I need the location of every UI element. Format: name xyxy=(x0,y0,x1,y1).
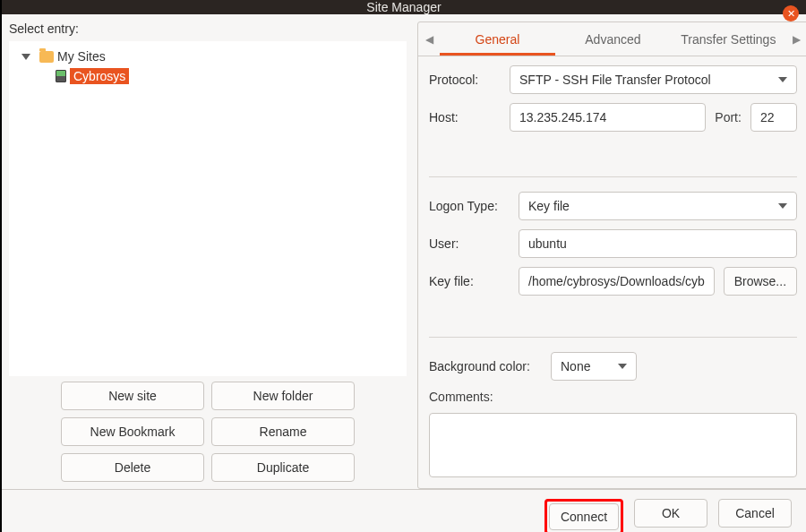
separator xyxy=(429,337,797,338)
entry-buttons: New site New folder New Bookmark Rename … xyxy=(9,376,407,489)
tab-transfer-settings[interactable]: Transfer Settings xyxy=(671,22,786,56)
protocol-value: SFTP - SSH File Transfer Protocol xyxy=(519,73,711,87)
connect-highlight: Connect xyxy=(544,499,623,532)
close-icon: ✕ xyxy=(787,8,795,20)
user-value: ubuntu xyxy=(528,236,567,251)
close-button[interactable]: ✕ xyxy=(783,5,799,21)
server-icon xyxy=(56,70,66,82)
new-site-button[interactable]: New site xyxy=(61,382,204,410)
right-panel: ◀ General Advanced Transfer Settings ▶ P… xyxy=(417,21,806,489)
background-color-select[interactable]: None xyxy=(551,352,637,381)
background-color-label: Background color: xyxy=(429,359,542,373)
tab-scroll-right[interactable]: ▶ xyxy=(786,33,806,46)
tree-root-row[interactable]: My Sites xyxy=(13,47,403,66)
host-row: Host: 13.235.245.174 Port: 22 xyxy=(429,103,797,132)
titlebar: Site Manager ✕ xyxy=(2,0,806,14)
keyfile-value: /home/cybrosys/Downloads/cyb xyxy=(528,274,705,288)
ok-button[interactable]: OK xyxy=(634,499,707,528)
chevron-down-icon xyxy=(618,364,627,369)
keyfile-row: Key file: /home/cybrosys/Downloads/cyb B… xyxy=(429,267,797,296)
host-value: 13.235.245.174 xyxy=(519,110,606,124)
browse-button[interactable]: Browse... xyxy=(724,267,797,296)
connect-button[interactable]: Connect xyxy=(549,503,619,530)
keyfile-label: Key file: xyxy=(429,274,510,288)
tree-root-label: My Sites xyxy=(57,49,106,64)
cancel-button[interactable]: Cancel xyxy=(718,499,792,528)
user-row: User: ubuntu xyxy=(429,229,797,258)
port-label: Port: xyxy=(715,110,742,124)
logon-row: Logon Type: Key file xyxy=(429,192,797,220)
protocol-select[interactable]: SFTP - SSH File Transfer Protocol xyxy=(510,65,797,94)
user-label: User: xyxy=(429,236,510,251)
port-input[interactable]: 22 xyxy=(750,103,797,132)
tab-scroll-left[interactable]: ◀ xyxy=(418,33,440,46)
new-bookmark-button[interactable]: New Bookmark xyxy=(61,417,204,446)
separator xyxy=(429,176,797,177)
host-label: Host: xyxy=(429,110,501,124)
dialog-footer: Connect OK Cancel xyxy=(2,489,806,532)
new-folder-button[interactable]: New folder xyxy=(211,382,355,410)
spacer xyxy=(429,141,797,162)
tab-general[interactable]: General xyxy=(440,22,555,56)
tab-advanced[interactable]: Advanced xyxy=(555,22,671,56)
background-color-value: None xyxy=(561,359,590,373)
delete-button[interactable]: Delete xyxy=(61,453,204,482)
comments-textarea[interactable] xyxy=(429,413,797,477)
dialog-body: Select entry: My Sites Cybrosys New site… xyxy=(2,14,806,489)
keyfile-input[interactable]: /home/cybrosys/Downloads/cyb xyxy=(519,267,715,296)
left-panel: Select entry: My Sites Cybrosys New site… xyxy=(9,21,407,489)
user-input[interactable]: ubuntu xyxy=(519,229,797,258)
host-input[interactable]: 13.235.245.174 xyxy=(510,103,706,132)
tree-site-row[interactable]: Cybrosys xyxy=(13,66,403,86)
spacer xyxy=(429,305,797,322)
site-tree[interactable]: My Sites Cybrosys xyxy=(9,41,407,376)
window-title: Site Manager xyxy=(366,0,441,14)
tree-site-label: Cybrosys xyxy=(70,68,129,84)
duplicate-button[interactable]: Duplicate xyxy=(211,453,355,482)
tab-bar: ◀ General Advanced Transfer Settings ▶ xyxy=(418,22,806,56)
logon-type-select[interactable]: Key file xyxy=(519,192,797,220)
logon-type-label: Logon Type: xyxy=(429,199,510,213)
chevron-down-icon[interactable] xyxy=(21,54,30,60)
bgcolor-row: Background color: None xyxy=(429,352,797,381)
chevron-down-icon xyxy=(778,203,787,209)
rename-button[interactable]: Rename xyxy=(211,417,355,446)
select-entry-label: Select entry: xyxy=(9,21,407,36)
folder-icon xyxy=(39,51,54,63)
chevron-down-icon xyxy=(778,77,787,82)
port-value: 22 xyxy=(760,110,775,124)
general-form: Protocol: SFTP - SSH File Transfer Proto… xyxy=(418,56,806,488)
site-manager-window: Site Manager ✕ Select entry: My Sites Cy… xyxy=(0,0,806,532)
comments-label: Comments: xyxy=(429,390,797,404)
logon-type-value: Key file xyxy=(528,199,570,213)
protocol-row: Protocol: SFTP - SSH File Transfer Proto… xyxy=(429,65,797,94)
protocol-label: Protocol: xyxy=(429,73,501,87)
